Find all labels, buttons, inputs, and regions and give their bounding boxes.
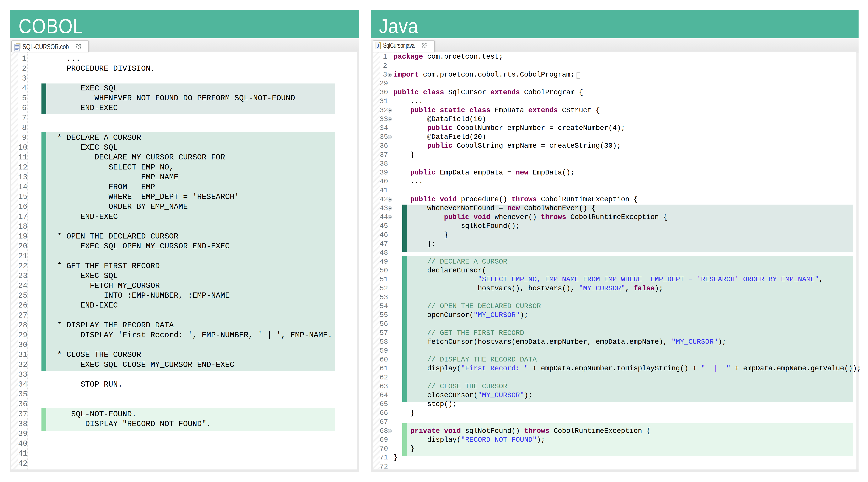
svg-text:J: J: [377, 43, 379, 49]
